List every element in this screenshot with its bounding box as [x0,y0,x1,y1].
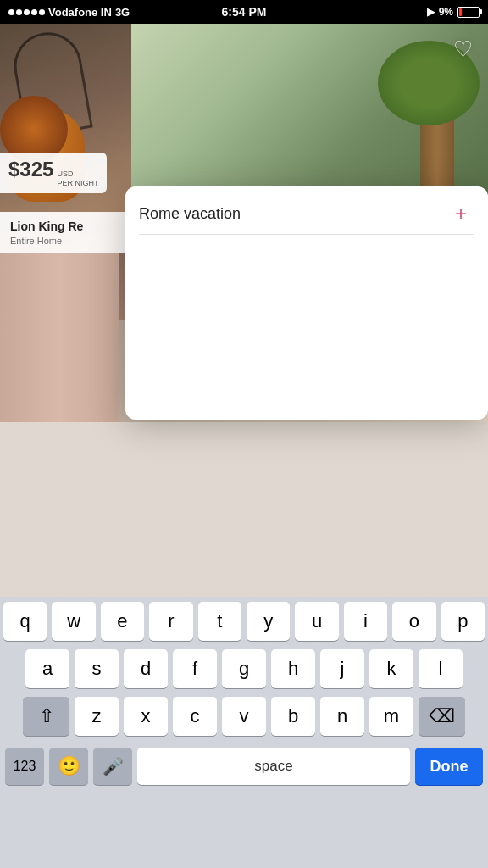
modal-card: + [125,186,488,420]
listing-type: Entire Home [10,236,121,246]
price-tag: $325 USD PER NIGHT [0,153,107,193]
price-amount: $325 [8,158,53,181]
keyboard-row-3: ⇧ z x c v b n m ⌫ [3,697,485,736]
microphone-key[interactable]: 🎤 [93,748,132,785]
key-n[interactable]: n [320,697,364,736]
key-h[interactable]: h [271,649,315,688]
shift-key[interactable]: ⇧ [23,697,69,736]
key-g[interactable]: g [222,649,266,688]
space-key[interactable]: space [137,748,410,785]
battery-percent: 9% [439,6,453,18]
price-currency: USD [57,170,98,179]
key-m[interactable]: m [369,697,413,736]
key-d[interactable]: d [124,649,168,688]
modal-input-row: + [139,200,474,235]
location-icon: ▶ [427,6,435,18]
key-u[interactable]: u [295,602,338,641]
emoji-key[interactable]: 🙂 [49,748,88,785]
keyboard-row-2: a s d f g h j k l [3,649,485,688]
price-period: PER NIGHT [57,179,98,188]
wishlist-name-input[interactable] [139,205,447,223]
battery-icon [458,7,480,18]
microphone-icon: 🎤 [103,756,124,776]
status-bar: Vodafone IN 3G 6:54 PM ▶ 9% [0,0,488,24]
key-z[interactable]: z [75,697,119,736]
key-y[interactable]: y [247,602,290,641]
listing-name: Lion King Re [10,219,121,234]
key-q[interactable]: q [3,602,47,641]
keyboard-bottom-row: 123 🙂 🎤 space Done [0,744,488,792]
backspace-key[interactable]: ⌫ [419,697,465,736]
key-x[interactable]: x [124,697,168,736]
key-i[interactable]: i [344,602,387,641]
add-button[interactable]: + [447,200,474,227]
key-k[interactable]: k [369,649,413,688]
key-c[interactable]: c [173,697,217,736]
key-a[interactable]: a [25,649,69,688]
key-j[interactable]: j [320,649,364,688]
network-label: 3G [115,6,130,19]
time-label: 6:54 PM [222,5,267,19]
heart-icon: ♡ [453,36,473,63]
key-p[interactable]: p [441,602,485,641]
key-l[interactable]: l [419,649,463,688]
key-t[interactable]: t [198,602,241,641]
key-e[interactable]: e [101,602,144,641]
listing-title-area: Lion King Re Entire Home [0,212,131,253]
key-r[interactable]: r [149,602,192,641]
signal-dots [8,9,45,15]
key-f[interactable]: f [173,649,217,688]
keyboard: q w e r t y u i o p a s d f g h j k l ⇧ … [0,597,488,868]
key-b[interactable]: b [271,697,315,736]
key-o[interactable]: o [392,602,435,641]
favorite-button-top[interactable]: ♡ [447,34,478,64]
numbers-key[interactable]: 123 [5,748,44,785]
emoji-icon: 🙂 [58,755,80,777]
keyboard-row-1: q w e r t y u i o p [3,602,485,641]
key-s[interactable]: s [75,649,119,688]
key-w[interactable]: w [52,602,95,641]
key-v[interactable]: v [222,697,266,736]
carrier-label: Vodafone IN [48,6,112,19]
done-key[interactable]: Done [415,748,483,785]
